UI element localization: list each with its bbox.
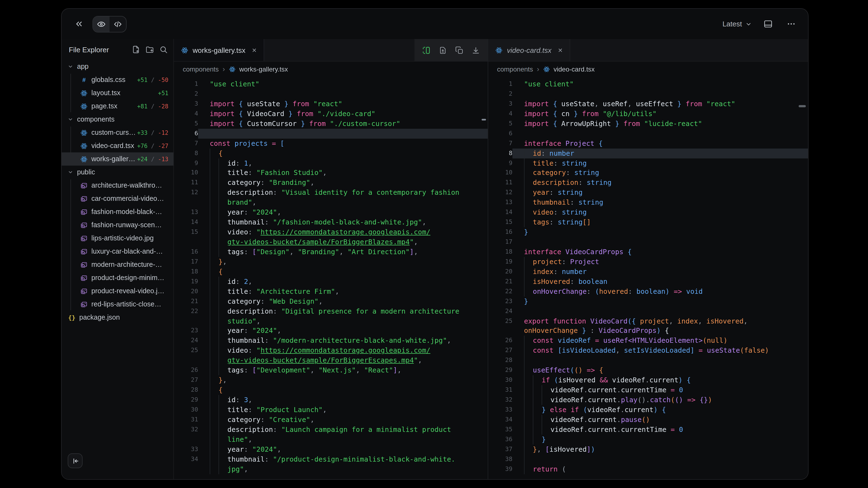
tab-works-gallery[interactable]: works-gallery.tsx × <box>174 39 264 61</box>
tree-item-works-galler-[interactable]: works-galler…+24 / -13 <box>62 153 174 166</box>
tree-folder-public[interactable]: public <box>62 166 174 179</box>
download-icon[interactable] <box>472 46 480 54</box>
code-line[interactable]: 1"use client" <box>488 79 808 89</box>
tree-folder-app[interactable]: app <box>62 60 174 73</box>
code-line[interactable]: 19project: Project <box>488 257 808 267</box>
code-line[interactable]: 17}, <box>174 257 488 267</box>
code-line[interactable]: 8id: number <box>488 148 808 158</box>
version-dropdown[interactable]: Latest <box>722 20 752 28</box>
split-view-icon[interactable] <box>422 46 430 54</box>
code-line[interactable]: 25video: "https://commondatastorage.goog… <box>174 346 488 356</box>
tab-video-card[interactable]: video-card.tsx × <box>488 39 570 61</box>
code-line[interactable]: 20index: number <box>488 267 808 277</box>
tree-item-fashion-model-black--[interactable]: fashion-model-black-… <box>62 205 174 219</box>
tree-item-architecture-walkthro-[interactable]: architecture-walkthro… <box>62 179 174 192</box>
breadcrumb-file[interactable]: video-card.tsx <box>553 65 594 73</box>
breadcrumb-file[interactable]: works-gallery.tsx <box>239 65 288 73</box>
code-line[interactable]: 37}, [isHovered]) <box>488 444 808 454</box>
code-line[interactable]: 15tags: string[] <box>488 217 808 227</box>
tree-item-product-design-minim-[interactable]: product-design-minim… <box>62 271 174 285</box>
code-line[interactable]: 27}, <box>174 375 488 385</box>
code-line[interactable]: 8{ <box>174 148 488 158</box>
collapse-sidebar-button[interactable] <box>68 453 83 468</box>
code-line[interactable]: 31category: "Creative", <box>174 415 488 425</box>
code-line[interactable]: 22description: "Digital presence for a m… <box>174 306 488 316</box>
code-line[interactable]: 2 <box>488 89 808 99</box>
code-line[interactable]: 10category: string <box>488 168 808 178</box>
code-line-wrap[interactable]: studio", <box>174 316 488 326</box>
code-line[interactable]: 6 <box>488 128 808 138</box>
code-line[interactable]: 15video: "https://commondatastorage.goog… <box>174 227 488 237</box>
close-tab-icon[interactable]: × <box>252 46 256 55</box>
code-line[interactable]: 9title: string <box>488 158 808 168</box>
code-line-wrap[interactable]: gtv-videos-bucket/sample/ForBiggerBlazes… <box>174 237 488 247</box>
breadcrumb-folder[interactable]: components <box>183 65 219 73</box>
code-line[interactable]: 30title: "Product Launch", <box>174 405 488 415</box>
tree-item-product-reveal-video.j-[interactable]: product-reveal-video.j… <box>62 285 174 298</box>
code-area-works-gallery[interactable]: 1"use client"23import { useState } from … <box>174 76 488 479</box>
close-tab-icon[interactable]: × <box>558 46 562 55</box>
code-line[interactable]: 21isHovered: boolean <box>488 277 808 287</box>
code-line[interactable]: 12year: string <box>488 188 808 198</box>
code-line[interactable]: 22onHoverChange: (hovered: boolean) => v… <box>488 286 808 296</box>
code-line[interactable]: 3import { useState, useRef, useEffect } … <box>488 99 808 109</box>
code-line[interactable]: 33} else if (videoRef.current) { <box>488 405 808 415</box>
code-line[interactable]: 28 <box>488 356 808 366</box>
code-line[interactable]: 4import { VideoCard } from "./video-card… <box>174 109 488 119</box>
code-line[interactable]: 27const [isVideoLoaded, setIsVideoLoaded… <box>488 346 808 356</box>
code-line[interactable]: 34thumbnail: "/product-design-minimalist… <box>174 454 488 464</box>
code-line[interactable]: 17 <box>488 237 808 247</box>
code-line[interactable]: 20title: "Architecture Firm", <box>174 286 488 296</box>
tree-item-modern-architecture--[interactable]: modern-architecture-… <box>62 258 174 271</box>
code-line[interactable]: 12description: "Visual identity for a co… <box>174 188 488 198</box>
file-diff-icon[interactable] <box>439 46 447 54</box>
panel-bottom-icon[interactable] <box>761 17 775 31</box>
new-folder-icon[interactable] <box>145 45 154 54</box>
code-line[interactable]: 26const videoRef = useRef<HTMLVideoEleme… <box>488 336 808 346</box>
tree-item-page.tsx[interactable]: page.tsx+81 / -28 <box>62 100 174 113</box>
code-line[interactable]: 32description: "Launch campaign for a mi… <box>174 425 488 435</box>
tree-item-custom-curs-[interactable]: custom-curs…+33 / -12 <box>62 126 174 139</box>
code-line[interactable]: 13thumbnail: string <box>488 198 808 208</box>
code-line[interactable]: 25export function VideoCard({ project, i… <box>488 316 808 326</box>
code-line-wrap[interactable]: onHoverChange } : VideoCardProps) { <box>488 326 808 336</box>
code-line[interactable]: 18interface VideoCardProps { <box>488 247 808 257</box>
code-line[interactable]: 7interface Project { <box>488 138 808 148</box>
new-file-icon[interactable] <box>131 45 141 54</box>
code-line[interactable]: 1"use client" <box>174 79 488 89</box>
code-line[interactable]: 39return ( <box>488 464 808 474</box>
code-line[interactable]: 2 <box>174 89 488 99</box>
code-line[interactable]: 14thumbnail: "/fashion-model-black-and-w… <box>174 217 488 227</box>
tree-item-lips-artistic-video.jpg[interactable]: lips-artistic-video.jpg <box>62 232 174 245</box>
code-line-wrap[interactable]: jpg", <box>174 464 488 474</box>
code-line[interactable]: 29useEffect(() => { <box>488 365 808 375</box>
more-options-icon[interactable] <box>784 17 798 31</box>
tree-item-package.json[interactable]: {}package.json <box>62 311 174 324</box>
code-line-wrap[interactable]: line", <box>174 435 488 445</box>
code-line[interactable]: 26tags: ["Development", "Next.js", "Reac… <box>174 365 488 375</box>
code-line[interactable]: 23year: "2024", <box>174 326 488 336</box>
tree-folder-components[interactable]: components <box>62 113 174 126</box>
code-line[interactable]: 10title: "Fashion Studio", <box>174 168 488 178</box>
breadcrumb-folder[interactable]: components <box>497 65 533 73</box>
code-line[interactable]: 29id: 3, <box>174 395 488 405</box>
preview-eye-button[interactable] <box>93 16 110 32</box>
code-line[interactable]: 28{ <box>174 385 488 395</box>
code-line[interactable]: 3import { useState } from "react" <box>174 99 488 109</box>
code-line[interactable]: 5import { CustomCursor } from "./custom-… <box>174 119 488 129</box>
code-line[interactable]: 21category: "Web Design", <box>174 296 488 306</box>
code-line[interactable]: 16} <box>488 227 808 237</box>
tree-item-car-commercial-video-[interactable]: car-commercial-video… <box>62 192 174 205</box>
code-line[interactable]: 13year: "2024", <box>174 207 488 217</box>
code-line[interactable]: 4import { cn } from "@/lib/utils" <box>488 109 808 119</box>
copy-icon[interactable] <box>455 46 463 54</box>
code-line[interactable]: 35videoRef.current.currentTime = 0 <box>488 425 808 435</box>
code-line[interactable]: 36} <box>488 435 808 445</box>
code-line[interactable]: 6 <box>174 128 488 138</box>
code-line[interactable]: 24 <box>488 306 808 316</box>
code-line[interactable]: 19id: 2, <box>174 277 488 287</box>
tree-item-fashion-runway-scen-[interactable]: fashion-runway-scen… <box>62 219 174 232</box>
search-icon[interactable] <box>159 45 168 54</box>
code-area-video-card[interactable]: 1"use client"23import { useState, useRef… <box>488 76 808 479</box>
code-view-button[interactable] <box>110 16 126 32</box>
